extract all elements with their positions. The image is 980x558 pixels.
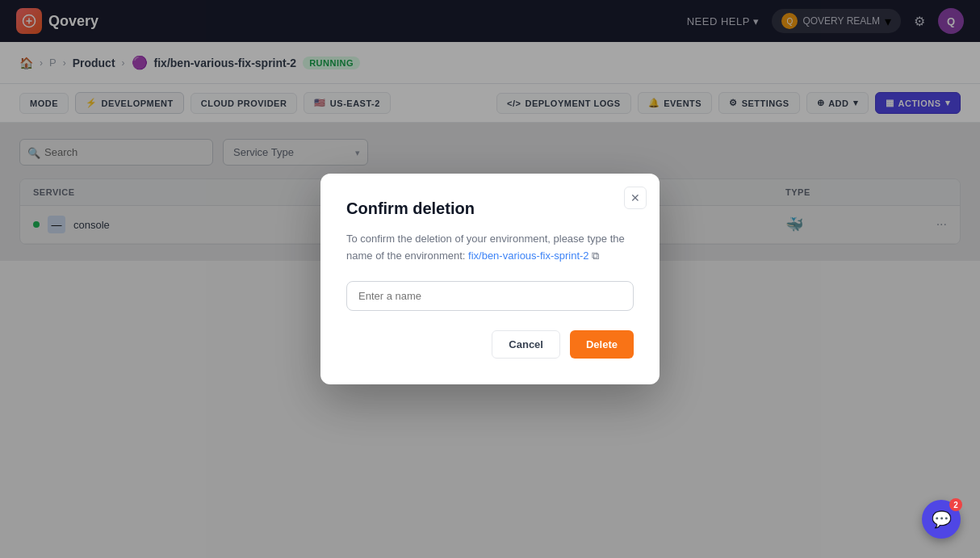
modal-name-input[interactable] xyxy=(346,281,634,311)
cancel-button[interactable]: Cancel xyxy=(492,330,560,359)
modal-overlay[interactable]: ✕ Confirm deletion To confirm the deleti… xyxy=(0,0,980,558)
copy-icon[interactable]: ⧉ xyxy=(592,250,599,262)
chat-button[interactable]: 💬 2 xyxy=(922,500,961,539)
close-icon: ✕ xyxy=(630,191,640,204)
modal-description: To confirm the deletion of your environm… xyxy=(346,231,634,265)
modal-title: Confirm deletion xyxy=(346,199,634,218)
modal-env-name-link[interactable]: fix/ben-various-fix-sprint-2 xyxy=(468,250,589,262)
delete-button[interactable]: Delete xyxy=(570,330,634,359)
chat-icon: 💬 xyxy=(932,510,952,529)
modal-close-button[interactable]: ✕ xyxy=(624,187,647,209)
modal-actions: Cancel Delete xyxy=(346,330,634,359)
chat-badge: 2 xyxy=(949,498,962,511)
confirm-deletion-modal: ✕ Confirm deletion To confirm the deleti… xyxy=(320,174,660,384)
